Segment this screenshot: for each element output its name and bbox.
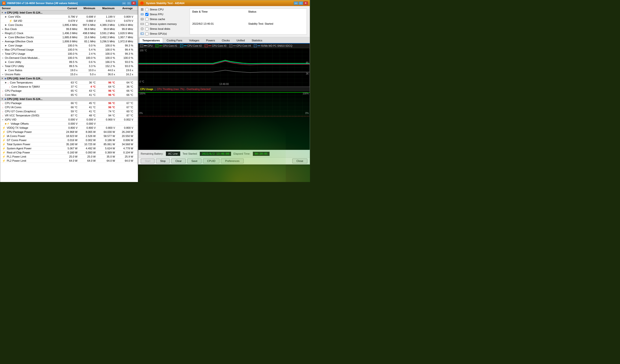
expand-icon[interactable]: ▶	[5, 81, 7, 84]
legend-core1-check[interactable]: ✓	[155, 44, 158, 47]
clear-btn[interactable]: Clear	[171, 159, 186, 163]
aida-close-btn[interactable]: ✕	[303, 1, 308, 5]
expand-icon3[interactable]: ▼	[1, 98, 3, 100]
cpu-icon3: ■	[5, 98, 6, 100]
gt-cores-power-label: ⚡ GT Cores Power	[1, 139, 59, 142]
rest-chip-max: 0.369 W	[96, 151, 115, 154]
expand-circle-icon[interactable]: ▶	[5, 44, 7, 47]
status-label: Status	[248, 10, 304, 22]
section-cpu2: ▼ ■ CPU [#0]: Intel Core i5-124...	[0, 76, 138, 81]
section-cpu1-name: ▼ ■ CPU [#0]: Intel Core i5-124...	[1, 11, 59, 14]
stress-gpu-checkbox[interactable]	[145, 32, 148, 35]
gt-cores-pwr-avg: 0.006 W	[115, 139, 133, 142]
legend-core3-check[interactable]: ✓	[205, 44, 208, 47]
core-max-label: ↓ Core Max	[1, 93, 59, 96]
sensor-name-text: Total CPU Utility	[5, 65, 24, 68]
pl2-min: 64.0 W	[78, 159, 96, 162]
stress-fpu-label: Stress FPU	[150, 13, 163, 16]
table-row: ● Max CPU/Thread Usage 100.0 % 5.4 % 100…	[0, 48, 138, 52]
igpu-vid-current: 0.000 V	[59, 118, 78, 121]
table-row: ⚡ PL2 Power Limit 64.0 W 64.0 W 64.0 W 6…	[0, 159, 138, 163]
legend-nvme-check[interactable]: ✓	[254, 44, 257, 47]
aida-restore-btn[interactable]: □	[299, 1, 303, 5]
stop-btn[interactable]: Stop	[156, 159, 170, 163]
table-header: Sensor Current Minimum Maximum Average	[0, 6, 138, 11]
legend-cpu-check[interactable]: □	[140, 44, 143, 47]
stress-memory-icon	[140, 22, 144, 26]
ring-clock-max: 3,591.2 MHz	[96, 32, 115, 35]
stress-cache-checkbox[interactable]	[145, 18, 148, 21]
tab-voltages[interactable]: Voltages	[186, 38, 202, 43]
close-aida-btn[interactable]: Close	[292, 159, 307, 163]
aida-minimize-btn[interactable]: —	[294, 1, 298, 5]
red-arrow-icon5: ↓	[2, 102, 3, 105]
sensor-name-text: Core Effective Clocks	[8, 36, 34, 39]
sensor-name-text: Total System Power	[7, 143, 30, 146]
legend-core4-check[interactable]: ✓	[229, 44, 232, 47]
hwinfo-close-btn[interactable]: ✕	[132, 1, 136, 5]
legend-cpu-label: CPU	[147, 45, 153, 47]
core-usage-avg: 99.3 %	[115, 44, 133, 47]
cpu-ia-current: 66 °C	[59, 106, 78, 109]
usage-y-max: 100%	[139, 92, 146, 95]
red-arrow-icon6: ↓	[2, 106, 3, 109]
ia-cores-pwr-current: 18.923 W	[59, 135, 78, 137]
sensor-name-text: VR VCC Temperature (SVID)	[5, 114, 39, 117]
svg-rect-22	[141, 18, 143, 20]
tab-temperatures[interactable]: Temperatures	[139, 38, 163, 43]
expand-icon[interactable]: ▼	[1, 77, 3, 80]
cpuid-btn[interactable]: CPUID	[203, 159, 219, 163]
stress-fpu-checkbox[interactable]	[145, 13, 148, 16]
expand-circle-icon[interactable]: ▶	[5, 69, 7, 71]
svg-point-30	[142, 28, 143, 29]
core-dist-avg: 36 °C	[115, 85, 133, 88]
expand-icon[interactable]: ▶	[5, 15, 7, 18]
save-btn[interactable]: Save	[187, 159, 202, 163]
tab-statistics[interactable]: Statistics	[248, 38, 265, 43]
expand-circle-icon[interactable]: ▶	[5, 61, 7, 63]
sensor-name-text: VDDQ TX Voltage	[7, 126, 28, 129]
stress-cpu-checkbox[interactable]	[145, 8, 148, 11]
core-clocks-label: ▶ Core Clocks	[1, 23, 59, 26]
ring-clock-min: 498.8 MHz	[78, 32, 96, 35]
usage-chart-container: CPU Usage | CPU Throttling (max: 7%) - O…	[138, 87, 310, 150]
preferences-btn[interactable]: Preferences	[221, 159, 243, 163]
start-btn[interactable]: Start	[141, 159, 155, 163]
hwinfo-restore-btn[interactable]: □	[127, 1, 131, 5]
core-dist-max: 64 °C	[96, 85, 115, 88]
aida-title: System Stability Test - AIDA64	[146, 2, 184, 5]
pl2-current: 64.0 W	[59, 159, 78, 162]
expand-bolt-icon[interactable]: ▶⚡	[5, 122, 9, 125]
avg-eff-min: 83.1 MHz	[78, 40, 96, 43]
table-row: ⚡ GT Cores Power 0.016 W 0.002 W 0.186 W…	[0, 138, 138, 142]
table-row: ⚡ System Agent Power 5.067 W 4.492 W 5.6…	[0, 146, 138, 151]
tab-unified[interactable]: Unified	[233, 38, 248, 43]
expand-circle-icon[interactable]: ▶	[5, 36, 7, 38]
table-row: ▶ ↓ Core Temperatures 63 °C 36 °C 96 °C …	[0, 81, 138, 85]
legend-core4: ✓ CPU Core #4	[229, 44, 251, 47]
cpu-icon2: ■	[5, 77, 6, 80]
gt-cores-pwr-max: 0.186 W	[96, 139, 115, 142]
table-row: ▶⚡ Voltage Offsets 0.000 V 0.000 V	[0, 122, 138, 126]
core-ratios-avg: 19.6 x	[115, 69, 133, 72]
expand-icon[interactable]: ▼	[1, 11, 3, 14]
table-row: ● Total CPU Utility 89.5 % 3.3 % 152.2 %…	[0, 64, 138, 68]
aida-action-bar: Start Stop Clear Save CPUID Preferences …	[138, 157, 310, 164]
total-cpu-min: 2.4 %	[78, 52, 96, 55]
stress-memory-checkbox[interactable]	[145, 23, 148, 26]
tab-clocks[interactable]: Clocks	[219, 38, 233, 43]
tab-cooling-fans[interactable]: Cooling Fans	[163, 38, 186, 43]
cpu-gt-current: 59 °C	[59, 110, 78, 113]
expand-icon[interactable]: ▶	[5, 24, 7, 26]
col-current: Current	[59, 7, 78, 10]
sensor-table-body[interactable]: ▼ ■ CPU [#0]: Intel Core i5-124... ▶ Cor…	[0, 11, 138, 182]
legend-core2-check[interactable]: ✓	[180, 44, 183, 47]
tab-powers[interactable]: Powers	[203, 38, 218, 43]
hwinfo-minimize-btn[interactable]: —	[122, 1, 126, 5]
max-thread-max: 100.0 %	[96, 48, 115, 51]
usage-chart-svg	[138, 91, 310, 118]
on-demand-max: 100.0 %	[96, 56, 115, 59]
sensor-name-text: Max CPU/Thread Usage	[5, 48, 34, 51]
ac-line-btn[interactable]: AC Line	[166, 152, 180, 156]
stress-disks-checkbox[interactable]	[145, 27, 148, 30]
